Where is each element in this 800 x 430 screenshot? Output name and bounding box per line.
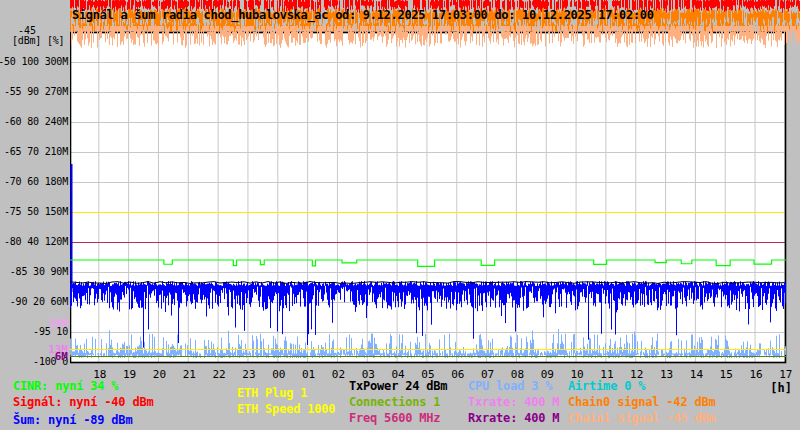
- y-tick-label: -50 100 300M: [0, 56, 68, 67]
- x-tick-label: 16: [741, 368, 771, 381]
- legend-item: Rxrate: 400 M: [468, 411, 559, 425]
- legend-item: Signál: nyní -40 dBm: [13, 395, 154, 409]
- chart-title: Signál a šum radia chod_hubalovska_ac od…: [72, 8, 654, 22]
- y-tick-label: -65 70 210M: [0, 146, 68, 157]
- legend-item: ETH Speed 1000: [237, 402, 335, 416]
- x-tick-label: 00: [264, 368, 294, 381]
- legend-item: CPU load 3 %: [468, 379, 552, 393]
- x-tick-label: 20: [144, 368, 174, 381]
- y-tick-label: -90 20 60M: [0, 296, 68, 307]
- x-tick-label: 15: [711, 368, 741, 381]
- legend-item: Airtime 0 %: [568, 379, 645, 393]
- rrd-graph-window: Signál a šum radia chod_hubalovska_ac od…: [0, 0, 800, 430]
- plot-background: [70, 32, 786, 362]
- x-tick-label: 19: [115, 368, 145, 381]
- x-tick-label: 23: [234, 368, 264, 381]
- y-peak-marker: 6M: [0, 350, 68, 363]
- y-tick-label: -75 50 150M: [0, 206, 68, 217]
- legend-item: CINR: nyní 34 %: [13, 379, 118, 393]
- legend-item: Connections 1: [349, 395, 440, 409]
- x-tick-label: 22: [204, 368, 234, 381]
- legend-item: TxPower 24 dBm: [349, 379, 447, 393]
- y-axis-unit-label: [dBm] [%]: [12, 35, 64, 46]
- y-tick-label: -80 40 120M: [0, 236, 68, 247]
- x-tick-label: 17: [771, 368, 800, 381]
- y-tick-label: -60 80 240M: [0, 116, 68, 127]
- x-axis-unit-label: [h]: [764, 381, 792, 395]
- legend-item: Šum: nyní -89 dBm: [13, 413, 132, 427]
- legend-item: Txrate: 400 M: [468, 395, 559, 409]
- x-tick-label: 01: [294, 368, 324, 381]
- legend-item: Freq 5600 MHz: [349, 411, 440, 425]
- y-tick-label: -55 90 270M: [0, 86, 68, 97]
- y-tick-label: -85 30 90M: [0, 266, 68, 277]
- x-tick-label: 21: [174, 368, 204, 381]
- signal-noise-chart: [70, 0, 800, 366]
- y-tick-label: -70 60 180M: [0, 176, 68, 187]
- legend-item: ETH Plug 1: [237, 386, 307, 400]
- x-tick-label: 14: [681, 368, 711, 381]
- legend-item: Chain0 signal -42 dBm: [568, 395, 716, 409]
- legend-item: Chain1 signal -45 dBm: [568, 411, 716, 425]
- x-tick-label: 13: [652, 368, 682, 381]
- y-peak-marker: 39M: [0, 317, 68, 330]
